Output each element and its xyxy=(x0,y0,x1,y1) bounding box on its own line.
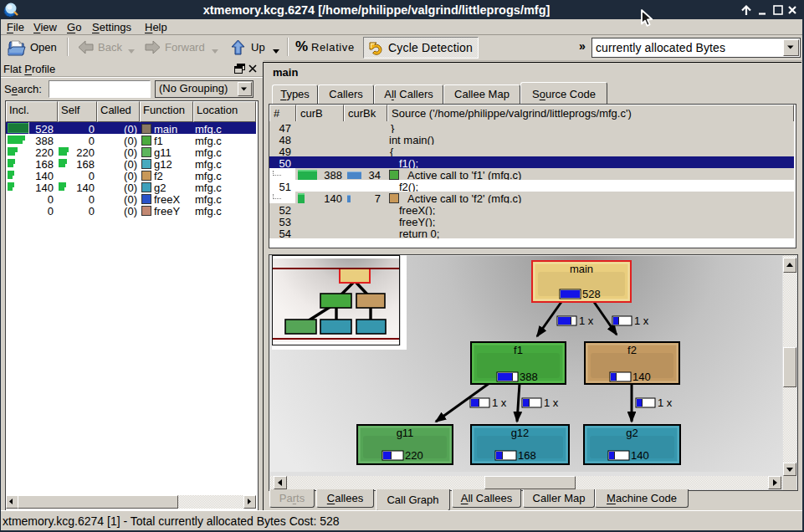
svg-text:1 x: 1 x xyxy=(579,315,594,327)
svg-text:168: 168 xyxy=(518,449,536,462)
svg-text:220: 220 xyxy=(405,449,423,462)
svg-text:1 x: 1 x xyxy=(658,396,673,409)
svg-text:528: 528 xyxy=(582,288,601,300)
svg-text:g12: g12 xyxy=(511,427,530,439)
svg-text:388: 388 xyxy=(520,371,538,383)
svg-text:1 x: 1 x xyxy=(634,315,649,327)
svg-text:main: main xyxy=(570,263,593,275)
svg-text:f1: f1 xyxy=(514,344,523,356)
svg-text:f2: f2 xyxy=(627,344,637,356)
svg-text:g2: g2 xyxy=(626,427,638,439)
svg-text:1 x: 1 x xyxy=(544,396,559,409)
svg-text:140: 140 xyxy=(631,449,649,462)
svg-text:1 x: 1 x xyxy=(492,396,507,409)
svg-text:g11: g11 xyxy=(397,427,414,439)
svg-text:140: 140 xyxy=(632,371,651,383)
